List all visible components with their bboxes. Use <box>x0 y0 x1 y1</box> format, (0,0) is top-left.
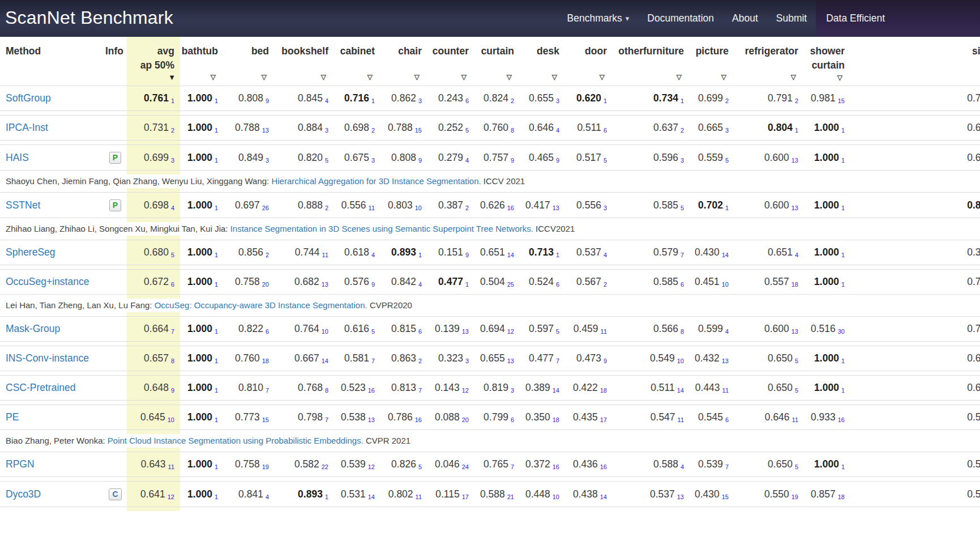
score-rank: 4 <box>465 157 469 164</box>
header-row: MethodInfoavgap 50%▼bathtub▽bed▽bookshel… <box>0 37 980 82</box>
column-header-bathtub[interactable]: bathtub▽ <box>180 37 224 82</box>
score-value: 0.680 <box>144 246 169 258</box>
column-header-door[interactable]: door▽ <box>565 37 613 82</box>
score-rank: 5 <box>604 157 607 164</box>
method-link[interactable]: Dyco3D <box>6 488 41 500</box>
method-link[interactable]: CSC-Pretrained <box>6 382 76 393</box>
info-badge-c[interactable]: C <box>109 488 121 500</box>
column-header-bookshelf[interactable]: bookshelf▽ <box>275 37 334 82</box>
score-value: 0.616 <box>344 323 369 334</box>
score-value: 0.786 <box>388 411 413 423</box>
score-rank: 1 <box>371 97 375 104</box>
method-link[interactable]: RPGN <box>6 458 35 470</box>
column-label-info: Info <box>105 44 127 58</box>
citation-title-link[interactable]: Instance Segmentation in 3D Scenes using… <box>230 224 533 233</box>
sort-icon[interactable]: ▽ <box>565 73 613 82</box>
score-rank: 9 <box>556 157 559 164</box>
score-rank: 4 <box>418 281 422 288</box>
sort-icon[interactable]: ▽ <box>380 73 427 82</box>
citation-title-link[interactable]: Hierarchical Aggregation for 3D Instance… <box>271 176 481 186</box>
info-badge-p[interactable]: P <box>109 152 121 164</box>
score-value: 0.643 <box>141 458 166 470</box>
score-rank: 10 <box>322 328 328 335</box>
sort-icon[interactable]: ▽ <box>734 73 804 82</box>
column-header-cabinet[interactable]: cabinet▽ <box>334 37 380 82</box>
sort-icon[interactable]: ▽ <box>275 73 334 82</box>
column-header-desk[interactable]: desk▽ <box>520 37 565 82</box>
score-value: 0.657 <box>144 352 169 364</box>
citation-venue: CVPR2020 <box>367 300 412 310</box>
nav-item-documentation[interactable]: Documentation <box>638 0 723 37</box>
score-value: 0.863 <box>391 352 416 364</box>
sort-icon[interactable]: ▽ <box>334 73 380 82</box>
method-link[interactable]: PE <box>6 411 19 423</box>
score-rank: 4 <box>325 97 328 104</box>
score-value: 0.751 <box>967 276 980 287</box>
score-cell: 0.53114 <box>334 481 380 507</box>
score-rank: 17 <box>462 494 469 500</box>
column-header-bed[interactable]: bed▽ <box>224 37 275 82</box>
score-cell: 0.5856 <box>613 269 690 295</box>
nav-item-about[interactable]: About <box>723 0 767 37</box>
score-cell: 0.655 <box>850 346 980 371</box>
score-cell: 0.43213 <box>690 346 734 371</box>
sort-icon[interactable]: ▽ <box>690 73 734 82</box>
score-value: 0.600 <box>764 323 789 334</box>
score-rank: 5 <box>418 463 422 470</box>
score-value: 0.600 <box>764 199 789 211</box>
sort-icon[interactable]: ▽ <box>474 73 520 82</box>
citation-title-link[interactable]: Point Cloud Instance Segmentation using … <box>108 436 363 445</box>
column-label-refrigerator: refrigerator <box>734 44 804 58</box>
citation-venue: ICCV 2021 <box>481 176 525 186</box>
method-link[interactable]: IPCA-Inst <box>6 122 48 133</box>
column-header-avg_ap50[interactable]: avgap 50%▼ <box>127 37 180 82</box>
method-link[interactable]: OccuSeg+instance <box>6 276 89 287</box>
score-value: 0.588 <box>480 488 505 500</box>
score-cell: 0.75820 <box>224 269 275 295</box>
sort-icon[interactable]: ▽ <box>613 73 690 82</box>
column-header-curtain[interactable]: curtain▽ <box>474 37 520 82</box>
citation-title-link[interactable]: OccuSeg: Occupancy-aware 3D Instance Seg… <box>155 300 367 310</box>
nav-item-benchmarks[interactable]: Benchmarks▾ <box>558 0 639 37</box>
score-rank: 12 <box>507 328 514 335</box>
method-cell: HAIS <box>0 144 105 171</box>
method-cell: CSC-Pretrained <box>0 375 105 401</box>
sort-icon[interactable]: ▽ <box>804 73 850 82</box>
score-rank: 22 <box>322 463 328 470</box>
score-cell: 0.4739 <box>565 346 613 371</box>
score-rank: 7 <box>725 463 729 470</box>
score-cell: 0.824 <box>850 192 980 218</box>
column-header-counter[interactable]: counter▽ <box>427 37 474 82</box>
score-value: 0.672 <box>144 276 169 287</box>
method-link[interactable]: Mask-Group <box>6 323 60 334</box>
sort-desc-icon[interactable]: ▼ <box>127 73 180 82</box>
score-rank: 13 <box>791 205 798 211</box>
score-value: 0.845 <box>298 92 323 104</box>
nav-item-submit[interactable]: Submit <box>767 0 816 37</box>
nav-item-data-efficient[interactable]: Data Efficient <box>816 0 980 37</box>
score-rank: 5 <box>171 252 174 258</box>
column-header-shower_curtain[interactable]: showercurtain▽ <box>804 37 850 82</box>
sort-icon[interactable]: ▽ <box>520 73 565 82</box>
score-cell: 0.7608 <box>474 115 520 141</box>
score-cell: 0.5817 <box>334 346 380 371</box>
score-rank: 9 <box>465 252 469 258</box>
score-rank: 7 <box>511 463 514 470</box>
column-header-refrigerator[interactable]: refrigerator▽ <box>734 37 804 82</box>
info-badge-p[interactable]: P <box>109 199 121 211</box>
method-link[interactable]: HAIS <box>6 152 29 163</box>
method-link[interactable]: SSTNet <box>6 199 40 211</box>
method-link[interactable]: SphereSeg <box>6 246 55 258</box>
column-header-chair[interactable]: chair▽ <box>380 37 427 82</box>
method-link[interactable]: INS-Conv-instance <box>6 352 89 364</box>
method-link[interactable]: SoftGroup <box>6 92 51 104</box>
column-header-sink[interactable]: sink▽ <box>850 37 980 82</box>
sort-icon[interactable]: ▽ <box>427 73 474 82</box>
sort-icon[interactable]: ▽ <box>850 73 980 82</box>
sort-icon[interactable]: ▽ <box>224 73 275 82</box>
score-rank: 2 <box>371 127 375 134</box>
score-value: 0.650 <box>768 352 793 364</box>
column-header-picture[interactable]: picture▽ <box>690 37 734 82</box>
sort-icon[interactable]: ▽ <box>180 73 224 82</box>
column-header-otherfurniture[interactable]: otherfurniture▽ <box>613 37 690 82</box>
